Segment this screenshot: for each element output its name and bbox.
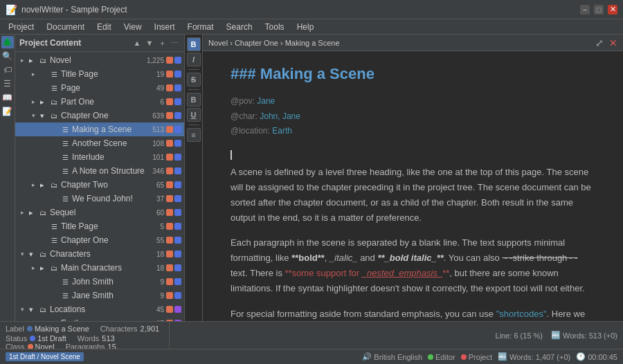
status-dot <box>166 223 173 230</box>
status-key: Status <box>6 334 27 343</box>
tree-count: 18 <box>156 251 164 258</box>
tree-item[interactable]: ☰ Title Page 5 <box>15 219 184 233</box>
draft-info: 1st Draft / Novel Scene <box>6 352 84 361</box>
sidebar-down-btn[interactable]: ▼ <box>144 37 155 48</box>
tree-label: Title Page <box>61 69 156 79</box>
bold-button[interactable]: B <box>187 37 201 51</box>
menu-document[interactable]: Document <box>41 21 90 33</box>
tree-count: 5 <box>160 223 164 230</box>
tree-arrow: ▸ <box>29 264 37 271</box>
notes-icon[interactable]: 📝 <box>1 105 14 118</box>
label-value: Making a Scene <box>27 325 89 333</box>
class-dot <box>174 71 181 78</box>
tree-icon <box>48 138 58 148</box>
sidebar-add-btn[interactable]: ＋ <box>156 37 168 48</box>
tree-item[interactable]: ▾ ▾ 🗂 Chapter One 639 <box>15 109 184 122</box>
chars-value: 2,901 <box>141 325 160 333</box>
outline-icon[interactable]: ☰ <box>1 78 14 90</box>
status-dot <box>166 264 173 271</box>
tree-item[interactable]: ☰ Another Scene 108 <box>15 136 184 150</box>
file-icon: 🗂 <box>38 208 48 217</box>
menu-search[interactable]: Search <box>221 21 258 33</box>
class-dot <box>174 292 181 299</box>
tree-icon <box>48 291 58 300</box>
class-dot <box>174 167 181 174</box>
tree-item[interactable]: ▾ ▾ 🗂 Locations 45 <box>15 302 184 316</box>
tree-icon: ▸ <box>37 97 47 107</box>
tree-icon: ▸ <box>26 208 36 217</box>
tree-item[interactable]: ▸ ▸ 🗂 Sequel 60 <box>15 206 184 219</box>
search-icon[interactable]: 🔍 <box>1 50 14 62</box>
tree-icon: ▸ <box>26 55 36 65</box>
tree-item[interactable]: ▸ ▸ 🗂 Main Characters 18 <box>15 261 184 275</box>
tree-item[interactable]: ▸ ▸ 🗂 Part One 6 <box>15 95 184 109</box>
language-button[interactable]: 🔊 British English <box>362 352 422 361</box>
toolbar-separator-2 <box>188 89 199 90</box>
final-statusbar: 1st Draft / Novel Scene 🔊 British Englis… <box>0 349 623 364</box>
tree-item[interactable]: ☰ We Found John! 37 <box>15 192 184 206</box>
editor-content[interactable]: ### Making a Scene @pov: Jane @char: Joh… <box>203 51 623 321</box>
tags-icon[interactable]: 🏷 <box>1 64 14 76</box>
underline-button[interactable]: U <box>187 108 201 122</box>
tree-arrow: ▾ <box>29 112 37 119</box>
tree-count: 19 <box>156 71 164 78</box>
close-button[interactable]: ✕ <box>608 5 617 15</box>
sidebar-title: Project Content <box>19 38 81 48</box>
maximize-button[interactable]: □ <box>594 5 604 15</box>
tree-item[interactable]: ☰ Chapter One 55 <box>15 233 184 247</box>
tree-count: 37 <box>156 195 164 203</box>
file-icon: ☰ <box>60 152 70 162</box>
tree-icon <box>48 277 58 286</box>
tree-item[interactable]: ▾ ▾ 🗂 Characters 18 <box>15 247 184 261</box>
align-button[interactable]: ≡ <box>187 128 201 142</box>
italic-button[interactable]: I <box>187 53 201 66</box>
tree-item[interactable]: ☰ Page 49 <box>15 81 184 95</box>
tree-count: 45 <box>156 306 164 313</box>
menu-format[interactable]: Format <box>182 21 219 33</box>
menu-view[interactable]: View <box>118 21 147 33</box>
tree-item[interactable]: ☰ Making a Scene 513 <box>15 122 184 136</box>
tree-icon <box>48 125 58 134</box>
file-icon: 🗂 <box>49 180 59 190</box>
strike-button[interactable]: S <box>187 73 201 87</box>
tree-item[interactable]: ☰ Interlude 101 <box>15 150 184 164</box>
status-dot <box>166 181 173 188</box>
tree-count: 65 <box>156 181 164 189</box>
tree-icon[interactable]: 🌲 <box>1 36 14 48</box>
menu-help[interactable]: Help <box>291 21 320 33</box>
info-panel: Label Making a Scene Characters 2,901 St… <box>0 322 170 349</box>
menu-insert[interactable]: Insert <box>149 21 181 33</box>
bottom-area: Label Making a Scene Characters 2,901 St… <box>0 321 623 364</box>
tree-icon <box>37 221 47 231</box>
tree-item[interactable]: ☰ A Note on Structure 346 <box>15 164 184 178</box>
menu-project[interactable]: Project <box>3 21 39 33</box>
tree-label: Main Characters <box>61 263 156 273</box>
expand-button[interactable]: ⤢ <box>595 37 604 48</box>
status-dot <box>166 112 173 119</box>
tree-item[interactable]: ☰ John Smith 9 <box>15 275 184 289</box>
tree-count: 9 <box>160 292 164 300</box>
chars-key: Characters <box>100 325 138 333</box>
tree-item[interactable]: ☰ Earth 15 <box>15 316 184 321</box>
tree-label: Jane Smith <box>72 291 160 300</box>
sidebar: Project Content ▲ ▼ ＋ ⋯ ▸ ▸ 🗂 Novel 1,22… <box>15 35 185 321</box>
tree-item[interactable]: ▸ ☰ Title Page 19 <box>15 67 184 81</box>
sidebar-up-btn[interactable]: ▲ <box>132 37 143 48</box>
file-icon: ☰ <box>60 277 70 286</box>
tree-item[interactable]: ☰ Jane Smith 9 <box>15 289 184 302</box>
class-dot <box>174 126 181 133</box>
tree-item[interactable]: ▸ ▸ 🗂 Chapter Two 65 <box>15 178 184 192</box>
sidebar-more-btn[interactable]: ⋯ <box>169 37 180 48</box>
novel-icon[interactable]: 📖 <box>1 91 14 104</box>
close-doc-button[interactable]: ✕ <box>609 37 617 48</box>
session-time: 🕐 00:00:45 <box>576 352 617 361</box>
tree-label: Interlude <box>72 152 152 162</box>
tree-icon <box>48 166 58 176</box>
tree-label: Sequel <box>50 208 156 217</box>
bold2-button[interactable]: B <box>187 93 201 107</box>
tree-count: 6 <box>160 98 164 106</box>
menu-edit[interactable]: Edit <box>91 21 117 33</box>
menu-tools[interactable]: Tools <box>260 21 290 33</box>
minimize-button[interactable]: − <box>580 5 590 15</box>
tree-item[interactable]: ▸ ▸ 🗂 Novel 1,225 <box>15 53 184 67</box>
